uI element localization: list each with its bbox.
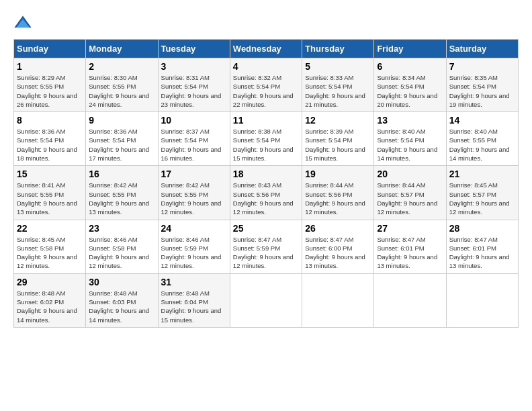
day-cell-16: 16 Sunrise: 8:42 AMSunset: 5:55 PMDaylig… [86, 166, 158, 220]
day-cell-8: 8 Sunrise: 8:36 AMSunset: 5:54 PMDayligh… [14, 112, 86, 166]
day-number: 18 [233, 169, 299, 179]
day-cell-7: 7 Sunrise: 8:35 AMSunset: 5:54 PMDayligh… [446, 58, 518, 112]
day-cell-26: 26 Sunrise: 8:47 AMSunset: 6:00 PMDaylig… [302, 220, 374, 273]
day-cell-25: 25 Sunrise: 8:47 AMSunset: 5:59 PMDaylig… [230, 220, 302, 273]
day-cell-19: 19 Sunrise: 8:44 AMSunset: 5:56 PMDaylig… [302, 166, 374, 220]
day-number: 8 [17, 115, 83, 126]
day-info: Sunrise: 8:34 AMSunset: 5:54 PMDaylight:… [377, 74, 437, 108]
day-number: 16 [89, 169, 154, 179]
week-row-5: 29 Sunrise: 8:48 AMSunset: 6:02 PMDaylig… [14, 273, 519, 327]
day-header-friday: Friday [374, 40, 446, 58]
day-number: 21 [449, 169, 515, 179]
calendar-table: SundayMondayTuesdayWednesdayThursdayFrid… [13, 39, 519, 328]
day-info: Sunrise: 8:45 AMSunset: 5:58 PMDaylight:… [17, 236, 77, 270]
day-number: 12 [305, 115, 371, 126]
day-number: 23 [89, 223, 154, 234]
day-cell-13: 13 Sunrise: 8:40 AMSunset: 5:54 PMDaylig… [374, 112, 446, 166]
day-number: 30 [89, 277, 154, 287]
day-number: 2 [89, 61, 154, 72]
day-cell-24: 24 Sunrise: 8:46 AMSunset: 5:59 PMDaylig… [158, 220, 230, 273]
day-header-tuesday: Tuesday [158, 40, 230, 58]
day-info: Sunrise: 8:31 AMSunset: 5:54 PMDaylight:… [161, 74, 222, 108]
week-row-2: 8 Sunrise: 8:36 AMSunset: 5:54 PMDayligh… [14, 112, 519, 166]
day-cell-12: 12 Sunrise: 8:39 AMSunset: 5:54 PMDaylig… [302, 112, 374, 166]
day-info: Sunrise: 8:42 AMSunset: 5:55 PMDaylight:… [161, 181, 222, 216]
day-number: 17 [161, 169, 227, 179]
day-info: Sunrise: 8:47 AMSunset: 5:59 PMDaylight:… [233, 236, 294, 270]
day-info: Sunrise: 8:33 AMSunset: 5:54 PMDaylight:… [305, 74, 365, 108]
day-number: 13 [377, 115, 443, 126]
day-info: Sunrise: 8:32 AMSunset: 5:54 PMDaylight:… [233, 74, 294, 108]
day-header-sunday: Sunday [14, 40, 86, 58]
day-cell-6: 6 Sunrise: 8:34 AMSunset: 5:54 PMDayligh… [374, 58, 446, 112]
day-cell-3: 3 Sunrise: 8:31 AMSunset: 5:54 PMDayligh… [158, 58, 230, 112]
day-number: 4 [233, 61, 299, 72]
week-row-4: 22 Sunrise: 8:45 AMSunset: 5:58 PMDaylig… [14, 220, 519, 273]
day-info: Sunrise: 8:43 AMSunset: 5:56 PMDaylight:… [233, 181, 294, 216]
day-cell-4: 4 Sunrise: 8:32 AMSunset: 5:54 PMDayligh… [230, 58, 302, 112]
day-number: 19 [305, 169, 371, 179]
day-cell-1: 1 Sunrise: 8:29 AMSunset: 5:55 PMDayligh… [14, 58, 86, 112]
day-cell-28: 28 Sunrise: 8:47 AMSunset: 6:01 PMDaylig… [446, 220, 518, 273]
empty-cell [446, 273, 518, 327]
logo-icon [13, 13, 32, 32]
day-cell-29: 29 Sunrise: 8:48 AMSunset: 6:02 PMDaylig… [14, 273, 86, 327]
day-cell-11: 11 Sunrise: 8:38 AMSunset: 5:54 PMDaylig… [230, 112, 302, 166]
day-info: Sunrise: 8:48 AMSunset: 6:02 PMDaylight:… [17, 289, 77, 324]
day-info: Sunrise: 8:46 AMSunset: 5:59 PMDaylight:… [161, 236, 222, 270]
day-number: 3 [161, 61, 227, 72]
day-cell-5: 5 Sunrise: 8:33 AMSunset: 5:54 PMDayligh… [302, 58, 374, 112]
day-header-monday: Monday [86, 40, 158, 58]
day-info: Sunrise: 8:39 AMSunset: 5:54 PMDaylight:… [305, 128, 365, 162]
day-header-wednesday: Wednesday [230, 40, 302, 58]
day-number: 31 [161, 277, 227, 287]
day-header-thursday: Thursday [302, 40, 374, 58]
day-info: Sunrise: 8:29 AMSunset: 5:55 PMDaylight:… [17, 74, 77, 108]
day-info: Sunrise: 8:38 AMSunset: 5:54 PMDaylight:… [233, 128, 294, 162]
day-info: Sunrise: 8:48 AMSunset: 6:03 PMDaylight:… [89, 289, 149, 324]
day-info: Sunrise: 8:47 AMSunset: 6:01 PMDaylight:… [377, 236, 437, 270]
day-number: 6 [377, 61, 443, 72]
day-info: Sunrise: 8:48 AMSunset: 6:04 PMDaylight:… [161, 289, 222, 324]
day-cell-10: 10 Sunrise: 8:37 AMSunset: 5:54 PMDaylig… [158, 112, 230, 166]
day-number: 10 [161, 115, 227, 126]
empty-cell [230, 273, 302, 327]
day-header-saturday: Saturday [446, 40, 518, 58]
day-number: 25 [233, 223, 299, 234]
day-number: 26 [305, 223, 371, 234]
day-cell-15: 15 Sunrise: 8:41 AMSunset: 5:55 PMDaylig… [14, 166, 86, 220]
empty-cell [374, 273, 446, 327]
day-info: Sunrise: 8:44 AMSunset: 5:56 PMDaylight:… [305, 181, 365, 216]
logo [13, 13, 35, 32]
day-cell-14: 14 Sunrise: 8:40 AMSunset: 5:55 PMDaylig… [446, 112, 518, 166]
day-number: 14 [449, 115, 515, 126]
day-number: 7 [449, 61, 515, 72]
day-info: Sunrise: 8:36 AMSunset: 5:54 PMDaylight:… [17, 128, 77, 162]
day-number: 24 [161, 223, 227, 234]
page-header [13, 13, 519, 32]
day-number: 29 [17, 277, 83, 287]
day-number: 22 [17, 223, 83, 234]
day-cell-20: 20 Sunrise: 8:44 AMSunset: 5:57 PMDaylig… [374, 166, 446, 220]
day-info: Sunrise: 8:47 AMSunset: 6:01 PMDaylight:… [449, 236, 510, 270]
day-cell-21: 21 Sunrise: 8:45 AMSunset: 5:57 PMDaylig… [446, 166, 518, 220]
day-number: 1 [17, 61, 83, 72]
day-number: 20 [377, 169, 443, 179]
day-cell-18: 18 Sunrise: 8:43 AMSunset: 5:56 PMDaylig… [230, 166, 302, 220]
day-info: Sunrise: 8:35 AMSunset: 5:54 PMDaylight:… [449, 74, 510, 108]
header-row: SundayMondayTuesdayWednesdayThursdayFrid… [14, 40, 519, 58]
day-cell-30: 30 Sunrise: 8:48 AMSunset: 6:03 PMDaylig… [86, 273, 158, 327]
day-cell-2: 2 Sunrise: 8:30 AMSunset: 5:55 PMDayligh… [86, 58, 158, 112]
day-cell-31: 31 Sunrise: 8:48 AMSunset: 6:04 PMDaylig… [158, 273, 230, 327]
day-info: Sunrise: 8:44 AMSunset: 5:57 PMDaylight:… [377, 181, 437, 216]
day-info: Sunrise: 8:30 AMSunset: 5:55 PMDaylight:… [89, 74, 149, 108]
day-number: 28 [449, 223, 515, 234]
day-cell-9: 9 Sunrise: 8:36 AMSunset: 5:54 PMDayligh… [86, 112, 158, 166]
day-info: Sunrise: 8:36 AMSunset: 5:54 PMDaylight:… [89, 128, 149, 162]
day-info: Sunrise: 8:40 AMSunset: 5:55 PMDaylight:… [449, 128, 510, 162]
day-number: 11 [233, 115, 299, 126]
day-number: 5 [305, 61, 371, 72]
week-row-1: 1 Sunrise: 8:29 AMSunset: 5:55 PMDayligh… [14, 58, 519, 112]
day-info: Sunrise: 8:46 AMSunset: 5:58 PMDaylight:… [89, 236, 149, 270]
day-info: Sunrise: 8:40 AMSunset: 5:54 PMDaylight:… [377, 128, 437, 162]
